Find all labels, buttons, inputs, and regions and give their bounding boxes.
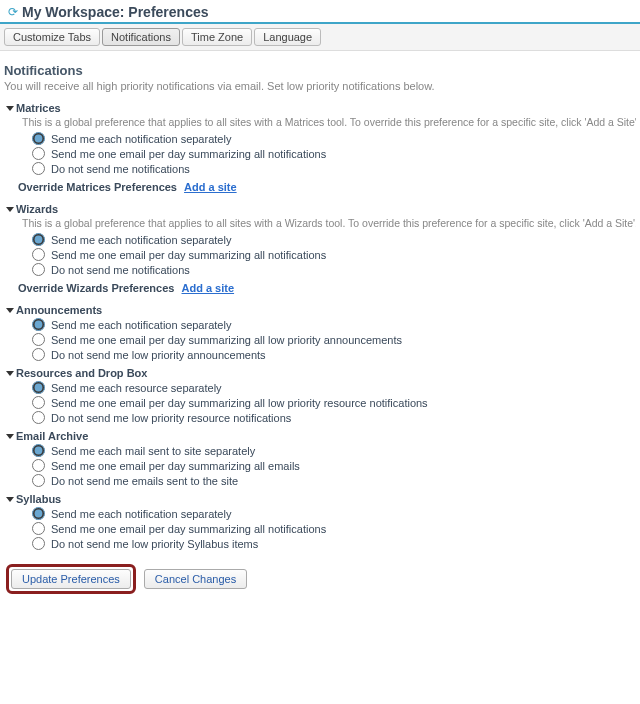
section-title-label: Announcements (16, 304, 102, 316)
override-matrices: Override Matrices Preferences Add a site (18, 181, 636, 193)
section-title-wizards[interactable]: Wizards (6, 203, 636, 215)
section-desc: You will receive all high priority notif… (4, 80, 636, 92)
section-syllabus: Syllabus Send me each notification separ… (4, 493, 636, 550)
option-label: Send me each resource separately (51, 382, 222, 394)
option-label: Send me one email per day summarizing al… (51, 334, 402, 346)
section-announcements: Announcements Send me each notification … (4, 304, 636, 361)
section-desc-matrices: This is a global preference that applies… (22, 116, 636, 128)
option-row[interactable]: Do not send me low priority resource not… (32, 411, 636, 424)
option-label: Send me one email per day summarizing al… (51, 397, 428, 409)
radio[interactable] (32, 318, 45, 331)
section-wizards: Wizards This is a global preference that… (4, 203, 636, 294)
option-row[interactable]: Send me one email per day summarizing al… (32, 459, 636, 472)
radio[interactable] (32, 444, 45, 457)
section-title-resources[interactable]: Resources and Drop Box (6, 367, 636, 379)
option-label: Send me each notification separately (51, 234, 231, 246)
cancel-changes-button[interactable]: Cancel Changes (144, 569, 247, 589)
options-syllabus: Send me each notification separately Sen… (32, 507, 636, 550)
option-row[interactable]: Send me each resource separately (32, 381, 636, 394)
section-title-syllabus[interactable]: Syllabus (6, 493, 636, 505)
option-label: Do not send me low priority resource not… (51, 412, 291, 424)
tab-customize-tabs[interactable]: Customize Tabs (4, 28, 100, 46)
option-label: Send me each notification separately (51, 133, 231, 145)
radio[interactable] (32, 459, 45, 472)
option-row[interactable]: Do not send me low priority announcement… (32, 348, 636, 361)
radio[interactable] (32, 411, 45, 424)
option-row[interactable]: Send me each notification separately (32, 507, 636, 520)
tab-notifications[interactable]: Notifications (102, 28, 180, 46)
section-resources: Resources and Drop Box Send me each reso… (4, 367, 636, 424)
section-title-email[interactable]: Email Archive (6, 430, 636, 442)
radio[interactable] (32, 537, 45, 550)
option-label: Do not send me notifications (51, 264, 190, 276)
caret-down-icon (6, 308, 14, 313)
caret-down-icon (6, 371, 14, 376)
section-heading: Notifications (4, 63, 636, 78)
radio[interactable] (32, 396, 45, 409)
option-label: Send me one email per day summarizing al… (51, 523, 326, 535)
section-title-matrices[interactable]: Matrices (6, 102, 636, 114)
tabs-bar: Customize Tabs Notifications Time Zone L… (0, 24, 640, 51)
section-title-label: Email Archive (16, 430, 88, 442)
options-announcements: Send me each notification separately Sen… (32, 318, 636, 361)
radio[interactable] (32, 147, 45, 160)
tab-time-zone[interactable]: Time Zone (182, 28, 252, 46)
option-row[interactable]: Do not send me notifications (32, 162, 636, 175)
radio[interactable] (32, 132, 45, 145)
radio[interactable] (32, 248, 45, 261)
option-row[interactable]: Send me one email per day summarizing al… (32, 396, 636, 409)
radio[interactable] (32, 333, 45, 346)
section-email: Email Archive Send me each mail sent to … (4, 430, 636, 487)
option-row[interactable]: Send me one email per day summarizing al… (32, 248, 636, 261)
tab-language[interactable]: Language (254, 28, 321, 46)
option-row[interactable]: Do not send me emails sent to the site (32, 474, 636, 487)
options-email: Send me each mail sent to site separatel… (32, 444, 636, 487)
option-row[interactable]: Send me one email per day summarizing al… (32, 522, 636, 535)
option-label: Do not send me emails sent to the site (51, 475, 238, 487)
add-site-link[interactable]: Add a site (184, 181, 237, 193)
caret-down-icon (6, 497, 14, 502)
radio[interactable] (32, 233, 45, 246)
radio[interactable] (32, 348, 45, 361)
option-row[interactable]: Do not send me notifications (32, 263, 636, 276)
options-wizards: Send me each notification separately Sen… (32, 233, 636, 276)
radio[interactable] (32, 162, 45, 175)
actions-bar: Update Preferences Cancel Changes (6, 564, 636, 594)
section-title-announcements[interactable]: Announcements (6, 304, 636, 316)
radio[interactable] (32, 522, 45, 535)
option-label: Send me one email per day summarizing al… (51, 460, 300, 472)
radio[interactable] (32, 263, 45, 276)
option-label: Do not send me low priority Syllabus ite… (51, 538, 258, 550)
option-row[interactable]: Send me each notification separately (32, 318, 636, 331)
refresh-icon[interactable]: ⟳ (8, 5, 18, 19)
caret-down-icon (6, 106, 14, 111)
add-site-link[interactable]: Add a site (182, 282, 235, 294)
section-title-label: Wizards (16, 203, 58, 215)
options-resources: Send me each resource separately Send me… (32, 381, 636, 424)
section-title-label: Resources and Drop Box (16, 367, 147, 379)
option-label: Do not send me low priority announcement… (51, 349, 266, 361)
radio[interactable] (32, 474, 45, 487)
option-row[interactable]: Send me one email per day summarizing al… (32, 147, 636, 160)
caret-down-icon (6, 434, 14, 439)
option-label: Send me one email per day summarizing al… (51, 148, 326, 160)
option-row[interactable]: Send me each mail sent to site separatel… (32, 444, 636, 457)
page-title: My Workspace: Preferences (22, 4, 209, 20)
update-preferences-button[interactable]: Update Preferences (11, 569, 131, 589)
option-row[interactable]: Send me each notification separately (32, 132, 636, 145)
radio[interactable] (32, 507, 45, 520)
header: ⟳ My Workspace: Preferences (0, 0, 640, 24)
section-matrices: Matrices This is a global preference tha… (4, 102, 636, 193)
override-wizards: Override Wizards Preferences Add a site (18, 282, 636, 294)
options-matrices: Send me each notification separately Sen… (32, 132, 636, 175)
section-title-label: Matrices (16, 102, 61, 114)
caret-down-icon (6, 207, 14, 212)
option-label: Do not send me notifications (51, 163, 190, 175)
radio[interactable] (32, 381, 45, 394)
option-row[interactable]: Do not send me low priority Syllabus ite… (32, 537, 636, 550)
section-desc-wizards: This is a global preference that applies… (22, 217, 636, 229)
override-label: Override Wizards Preferences (18, 282, 174, 294)
option-row[interactable]: Send me one email per day summarizing al… (32, 333, 636, 346)
content: Notifications You will receive all high … (0, 51, 640, 604)
option-row[interactable]: Send me each notification separately (32, 233, 636, 246)
